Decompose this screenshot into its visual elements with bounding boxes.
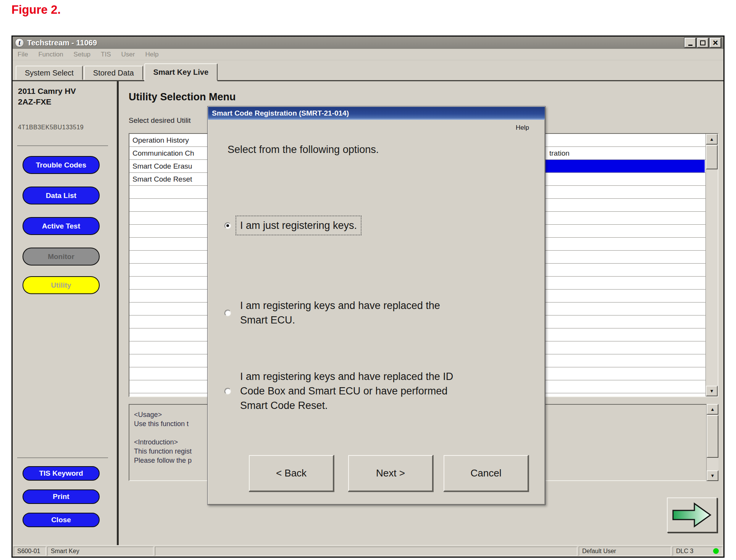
restore-button[interactable] bbox=[697, 38, 709, 48]
print-button[interactable]: Print bbox=[23, 489, 100, 504]
radio-option-label: I am registering keys and have replaced … bbox=[236, 367, 457, 415]
connection-status-dot bbox=[713, 548, 719, 554]
option-line: Smart ECU. bbox=[240, 313, 440, 327]
page-subtitle: Select desired Utilit bbox=[129, 116, 191, 125]
tis-keyword-button[interactable]: TIS Keyword bbox=[23, 466, 100, 481]
scroll-down-button[interactable]: ▼ bbox=[707, 470, 718, 481]
help-link[interactable]: Help bbox=[516, 124, 529, 132]
radio-option-just-registering[interactable]: I am just registering keys. bbox=[224, 216, 361, 235]
menu-item-function[interactable]: Function bbox=[38, 51, 63, 58]
page-title: Utility Selection Menu bbox=[129, 91, 236, 103]
menu-bar: File Function Setup TIS User Help bbox=[13, 49, 723, 60]
menu-item-file[interactable]: File bbox=[18, 51, 28, 58]
scroll-up-button[interactable]: ▲ bbox=[707, 404, 718, 415]
menu-item-tis[interactable]: TIS bbox=[101, 51, 111, 58]
radio-option-replaced-smart-ecu[interactable]: I am registering keys and have replaced … bbox=[224, 296, 444, 329]
minimize-button[interactable] bbox=[684, 38, 696, 48]
next-button[interactable]: Next > bbox=[348, 455, 433, 491]
utility-row-label: Smart Code Erasu bbox=[132, 162, 192, 171]
scroll-up-button[interactable]: ▲ bbox=[706, 134, 718, 145]
utility-row-label: Communication Ch bbox=[132, 149, 194, 158]
tab-system-select[interactable]: System Select bbox=[16, 66, 83, 80]
back-button[interactable]: < Back bbox=[249, 455, 334, 491]
figure-label: Figure 2. bbox=[11, 3, 61, 17]
utility-row-fragment[interactable]: tration bbox=[549, 147, 570, 160]
arrow-down-icon: ▼ bbox=[710, 473, 715, 478]
utility-row-label: Smart Code Reset bbox=[132, 175, 192, 183]
radio-button-icon[interactable] bbox=[224, 388, 231, 394]
radio-button-icon[interactable] bbox=[224, 310, 231, 316]
vehicle-info: 2011 Camry HV 2AZ-FXE bbox=[18, 86, 76, 107]
radio-option-label: I am registering keys and have replaced … bbox=[236, 296, 444, 329]
sidebar-divider-top bbox=[17, 145, 108, 146]
sidebar-divider-bottom bbox=[17, 457, 108, 458]
monitor-button[interactable]: Monitor bbox=[23, 248, 100, 266]
status-screen-id: S600-01 bbox=[14, 547, 46, 556]
cancel-button[interactable]: Cancel bbox=[444, 455, 528, 491]
option-line: Smart Code Reset. bbox=[240, 398, 453, 413]
restore-icon bbox=[700, 40, 705, 45]
list-scrollbar[interactable]: ▲ ▼ bbox=[705, 134, 718, 396]
vehicle-model: 2011 Camry HV bbox=[18, 86, 76, 97]
usage-scrollbar[interactable]: ▲ ▼ bbox=[706, 404, 718, 481]
arrow-down-icon: ▼ bbox=[710, 388, 714, 394]
green-arrow-icon bbox=[671, 501, 713, 529]
tab-smart-key-live[interactable]: Smart Key Live bbox=[144, 63, 218, 81]
radio-option-replaced-id-code-box[interactable]: I am registering keys and have replaced … bbox=[224, 367, 457, 415]
scroll-down-button[interactable]: ▼ bbox=[706, 386, 718, 396]
radio-button-icon[interactable] bbox=[224, 222, 231, 229]
scrollbar-thumb[interactable] bbox=[706, 145, 718, 169]
page: Figure 2. t Techstream - 11069 × File Fu… bbox=[0, 0, 736, 560]
close-screen-button[interactable]: Close bbox=[23, 513, 100, 527]
option-line: Code Box and Smart ECU or have performed bbox=[240, 384, 453, 398]
menu-item-user[interactable]: User bbox=[121, 51, 135, 58]
minimize-icon bbox=[688, 45, 692, 46]
tab-bar: System Select Stored Data Smart Key Live bbox=[13, 61, 723, 81]
dialog-prompt: Select from the following options. bbox=[228, 144, 379, 156]
vin-number: 4T1BB3EK5BU133519 bbox=[18, 124, 84, 131]
utility-button[interactable]: Utility bbox=[23, 276, 100, 294]
utility-row-label: Operation History bbox=[132, 136, 189, 145]
menu-item-help[interactable]: Help bbox=[145, 51, 158, 58]
status-system: Smart Key bbox=[47, 547, 153, 556]
status-user: Default User bbox=[579, 547, 671, 556]
sidebar: 2011 Camry HV 2AZ-FXE 4T1BB3EK5BU133519 … bbox=[13, 81, 117, 545]
status-message bbox=[155, 547, 577, 556]
trouble-codes-button[interactable]: Trouble Codes bbox=[23, 156, 100, 174]
scrollbar-thumb[interactable] bbox=[707, 415, 718, 458]
dialog-titlebar: Smart Code Registration (SMRT-21-014) bbox=[208, 107, 545, 120]
active-test-button[interactable]: Active Test bbox=[23, 217, 100, 235]
data-list-button[interactable]: Data List bbox=[23, 187, 100, 204]
status-dlc: DLC 3 bbox=[673, 547, 722, 556]
option-line: I am just registering keys. bbox=[240, 218, 357, 233]
radio-option-label: I am just registering keys. bbox=[236, 216, 361, 235]
menu-item-setup[interactable]: Setup bbox=[74, 51, 90, 58]
tab-stored-data[interactable]: Stored Data bbox=[84, 66, 143, 80]
status-bar: S600-01 Smart Key Default User DLC 3 bbox=[13, 545, 723, 557]
close-icon: × bbox=[713, 39, 718, 47]
vehicle-engine: 2AZ-FXE bbox=[18, 97, 76, 107]
arrow-up-icon: ▲ bbox=[710, 407, 715, 412]
option-line: I am registering keys and have replaced … bbox=[240, 298, 440, 313]
techstream-logo-icon: t bbox=[15, 38, 24, 47]
arrow-up-icon: ▲ bbox=[710, 137, 714, 142]
next-arrow-button[interactable] bbox=[667, 497, 717, 533]
window-controls: × bbox=[684, 38, 721, 48]
dlc-label: DLC 3 bbox=[676, 548, 693, 555]
option-line: I am registering keys and have replaced … bbox=[240, 369, 453, 384]
smart-code-registration-dialog: Smart Code Registration (SMRT-21-014) He… bbox=[207, 106, 546, 505]
window-titlebar: t Techstream - 11069 × bbox=[13, 37, 723, 49]
window-title: Techstream - 11069 bbox=[27, 39, 97, 47]
close-button[interactable]: × bbox=[710, 38, 721, 48]
